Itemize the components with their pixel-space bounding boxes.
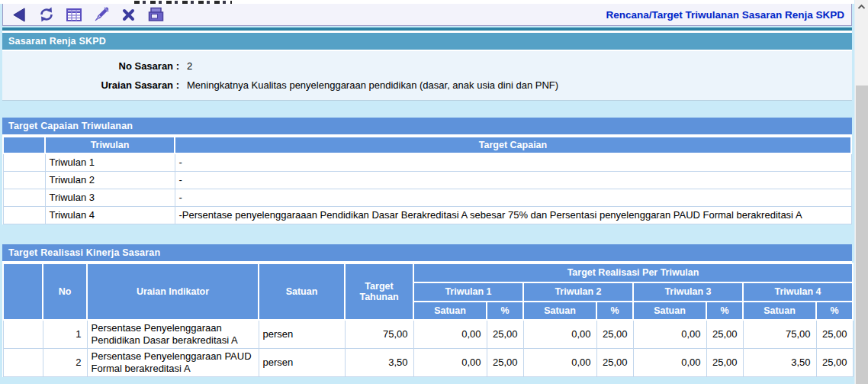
cell-t4-pct: 25,00 [816,320,853,349]
table-row: Triwulan 4 -Persentase penyelenggaraaan … [3,206,851,224]
sub-header-pct: % [816,302,853,320]
uraian-sasaran-label: Uraian Sasaran : [2,76,179,95]
target-realisasi-title: Target Realisasi Kinerja Sasaran [2,244,852,263]
delete-x-icon[interactable] [120,6,137,24]
cell-target-tahunan: 3,50 [345,348,413,376]
row-selector-cell [3,320,43,349]
table-row: Triwulan 1 - [3,153,851,171]
empty-header-cell [3,263,43,320]
cell-capaian: - [175,171,851,189]
cell-no: 2 [43,348,87,376]
sasaran-panel-title: Sasaran Renja SKPD [2,32,852,51]
col-header-no: No [43,263,87,320]
cell-capaian: - [175,153,851,171]
edit-pen-icon[interactable] [92,6,110,24]
cell-triwulan: Triwulan 2 [45,171,175,189]
cell-t2-pct: 25,00 [596,320,633,349]
cell-triwulan: Triwulan 4 [45,206,175,224]
vertical-scrollbar[interactable] [854,0,868,384]
refresh-icon[interactable] [37,6,55,24]
scrollbar-thumb[interactable] [856,86,868,384]
target-capaian-title: Target Capaian Triwulanan [2,118,852,136]
cell-t3-pct: 25,00 [706,348,743,376]
cell-t1-pct: 25,00 [487,348,523,376]
row-selector-cell [3,348,43,376]
uraian-sasaran-value: Meningkatnya Kualitas penyelenggaraan pe… [187,76,574,95]
col-header-uraian-indikator: Uraian Indikator [87,263,259,320]
group-header-target-realisasi: Target Realisasi Per Triwulan [413,263,853,282]
cell-t4-satuan: 3,50 [743,348,816,376]
main-area: Rencana/Target Triwulanan Sasaran Renja … [0,0,854,384]
table-row: 2 Persentase Penyelenggaraan PAUD Formal… [3,348,853,376]
target-capaian-table: Triwulan Target Capaian Triwulan 1 - Tri… [2,136,852,224]
cell-t3-satuan: 0,00 [633,348,706,376]
row-selector-cell [3,153,45,171]
quarter-header-2: Triwulan 2 [523,282,633,302]
sasaran-panel: Sasaran Renja SKPD No Sasaran : 2 Uraian… [2,32,852,101]
row-selector-cell [3,189,45,206]
clipped-text-fragment [134,1,232,4]
back-icon[interactable] [10,6,27,24]
cell-t1-satuan: 0,00 [413,348,487,376]
sub-header-satuan: Satuan [743,302,816,320]
target-realisasi-table: No Uraian Indikator Satuan Target Tahuna… [2,263,854,377]
target-capaian-panel: Target Capaian Triwulanan Triwulan Targe… [2,118,852,224]
col-header-triwulan: Triwulan [45,137,175,153]
cell-capaian: - [175,189,851,206]
cell-t1-satuan: 0,00 [413,320,487,349]
col-header-satuan: Satuan [259,263,345,320]
sub-header-pct: % [487,302,523,320]
quarter-header-4: Triwulan 4 [743,282,853,302]
cell-t4-pct: 25,00 [816,348,853,376]
cell-satuan: persen [259,348,345,376]
page-title: Rencana/Target Triwulanan Sasaran Renja … [606,9,844,21]
cell-t1-pct: 25,00 [487,320,523,349]
sub-header-pct: % [596,302,633,320]
cell-t2-satuan: 0,00 [523,348,596,376]
toolbar: Rencana/Target Triwulanan Sasaran Renja … [2,4,852,26]
field-no-sasaran: No Sasaran : 2 [2,56,852,76]
cell-t3-pct: 25,00 [706,320,743,349]
col-header-target-capaian: Target Capaian [175,137,851,153]
table-row: Triwulan 2 - [3,171,851,189]
no-sasaran-value: 2 [187,56,207,76]
quarter-header-3: Triwulan 3 [633,282,743,302]
table-row: 1 Persentase Penyelenggaraan Pendidikan … [3,320,853,349]
table-row: Triwulan 3 - [3,189,851,206]
cell-triwulan: Triwulan 1 [45,153,175,171]
col-header-target-tahunan: Target Tahunan [345,263,413,320]
toolbar-icons [10,6,165,24]
page: Rencana/Target Triwulanan Sasaran Renja … [0,0,868,384]
sub-header-satuan: Satuan [523,302,596,320]
grid-icon[interactable] [65,6,82,24]
sub-header-satuan: Satuan [633,302,706,320]
clipped-header-strip [0,0,854,4]
print-icon[interactable] [147,6,165,24]
empty-header-cell [3,137,45,153]
no-sasaran-label: No Sasaran : [2,56,179,76]
target-realisasi-panel: Target Realisasi Kinerja Sasaran No Urai… [2,244,852,377]
cell-t2-pct: 25,00 [596,348,633,376]
cell-uraian-indikator: Persentase Penyelenggaraan PAUD Formal b… [87,348,259,376]
row-selector-cell [3,171,45,189]
row-selector-cell [3,206,45,224]
sub-header-satuan: Satuan [413,302,487,320]
cell-capaian: -Persentase penyelenggaraaan Pendidikan … [175,206,851,224]
cell-t3-satuan: 0,00 [633,320,706,349]
scroll-up-button[interactable] [855,0,868,13]
cell-no: 1 [43,320,87,349]
cell-t2-satuan: 0,00 [523,320,596,349]
cell-satuan: persen [259,320,345,349]
cell-t4-satuan: 75,00 [743,320,816,349]
cell-triwulan: Triwulan 3 [45,189,175,206]
sub-header-pct: % [706,302,743,320]
field-uraian-sasaran: Uraian Sasaran : Meningkatnya Kualitas p… [2,76,852,95]
sasaran-panel-body: No Sasaran : 2 Uraian Sasaran : Meningka… [2,51,852,101]
cell-target-tahunan: 75,00 [345,320,413,349]
cell-uraian-indikator: Persentase Penyelenggaraan Pendidikan Da… [87,320,259,349]
quarter-header-1: Triwulan 1 [413,282,523,302]
